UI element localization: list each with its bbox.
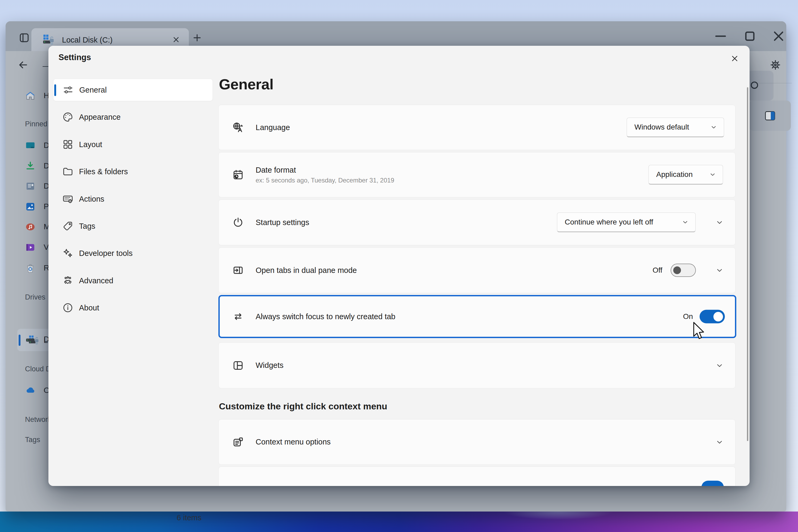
drive-lock-icon [42,33,55,46]
nav-label: Files & folders [79,167,128,176]
chevron-down-icon [710,124,717,131]
partial-toggle[interactable] [701,481,724,486]
date-format-dropdown[interactable]: Application [648,165,723,185]
selection-accent-bar [19,335,20,346]
row-label: Always switch focus to newly created tab [255,312,395,321]
settings-row-dual-pane: Open tabs in dual pane mode Off [218,247,736,293]
mouse-cursor [693,322,706,341]
pictures-icon [25,201,36,212]
power-icon [232,216,244,228]
palette-icon [62,111,74,123]
row-label: Open tabs in dual pane mode [255,266,357,275]
dropdown-value: Continue where you left off [565,218,653,226]
nav-label: Advanced [79,277,113,285]
advanced-icon [62,275,74,286]
calendar-clock-icon [232,169,244,181]
dropdown-value: Windows default [634,123,689,131]
dual-pane-toggle[interactable] [670,264,696,277]
sidebar-section-pinned: Pinned [25,120,48,128]
nav-label: General [79,86,107,94]
settings-row-language: Language Windows default [218,105,736,150]
nav-item-developer-tools[interactable]: Developer tools [53,242,213,264]
downloads-icon [25,161,36,171]
sidebar-section-network: Network [25,416,51,424]
back-icon[interactable] [17,59,29,71]
row-label: Context menu options [255,438,331,446]
settings-dialog: Settings General Appearance [49,46,749,486]
row-label: Date format [255,166,394,174]
row-label: Startup settings [255,218,309,227]
settings-row-startup: Startup settings Continue where you left… [218,200,736,245]
row-label: Widgets [255,361,284,370]
startup-dropdown[interactable]: Continue where you left off [557,212,696,232]
translate-globe-icon [232,121,244,134]
nav-item-advanced[interactable]: Advanced [53,269,213,292]
settings-row-partial [218,467,736,486]
nav-label: Actions [79,195,104,204]
sidebar-section-drives: Drives [25,293,45,301]
folder-icon [62,166,74,177]
expand-chevron-icon[interactable] [716,266,723,274]
recycle-bin-icon [25,263,36,273]
dropdown-value: Application [656,170,693,179]
expand-chevron-icon[interactable] [716,438,723,446]
swap-arrows-icon [232,310,244,323]
dialog-scrollbar[interactable] [747,87,748,441]
sparkles-icon [62,247,74,259]
minimize-button[interactable] [712,28,728,44]
row-label: Language [255,123,290,132]
nav-item-tags[interactable]: Tags [53,215,213,237]
nav-item-general[interactable]: General [53,79,213,101]
nav-label: Appearance [79,113,120,121]
videos-icon [25,242,36,253]
language-dropdown[interactable]: Windows default [627,118,724,137]
keyboard-gear-icon [62,193,74,205]
documents-icon [25,181,36,191]
toggle-knob [714,312,723,321]
dialog-title: Settings [58,53,91,62]
dialog-close-button[interactable] [726,50,743,67]
toggle-knob [673,267,681,274]
maximize-button[interactable] [742,28,758,44]
info-icon [62,302,74,314]
desktop: Local Disk (C:) [0,0,798,532]
expand-chevron-icon[interactable] [716,218,723,226]
music-icon [25,222,36,232]
nav-item-actions[interactable]: Actions [53,188,213,210]
desktop-icon [25,140,36,151]
preview-pane-button[interactable] [749,100,791,131]
nav-item-files-folders[interactable]: Files & folders [53,160,213,183]
gear-icon[interactable] [770,59,781,71]
search-box[interactable] [747,71,774,100]
layout-grid-icon [62,138,74,150]
status-item-count: 6 items [177,513,201,522]
nav-item-appearance[interactable]: Appearance [53,106,213,128]
settings-row-context-menu: Context menu options [218,419,736,465]
switch-focus-toggle[interactable] [700,310,725,323]
settings-row-widgets: Widgets [218,342,736,388]
forward-icon[interactable] [42,64,49,66]
home-icon [25,91,36,101]
nav-item-about[interactable]: About [53,297,213,319]
new-tab-icon[interactable] [192,33,203,43]
settings-row-switch-focus: Always switch focus to newly created tab… [218,295,736,338]
nav-item-layout[interactable]: Layout [53,133,213,156]
nav-label: Layout [79,140,102,149]
tab-title: Local Disk (C:) [62,36,113,44]
close-window-button[interactable] [771,28,786,44]
chevron-down-icon [709,171,716,178]
sidebar-section-tags: Tags [25,436,40,444]
search-icon [749,80,761,92]
toggle-sidebar-icon[interactable] [18,32,30,44]
sliders-icon [62,84,74,96]
nav-label: About [79,304,99,312]
row-example: ex: 5 seconds ago, Tuesday, December 31,… [255,177,394,184]
nav-label: Developer tools [79,249,133,258]
toggle-state-label: On [683,312,693,321]
tab-close-icon[interactable] [172,35,180,44]
row-label-group: Date format ex: 5 seconds ago, Tuesday, … [255,166,394,184]
expand-chevron-icon[interactable] [716,361,723,369]
nav-selection-accent [54,84,56,96]
page-title: General [219,76,273,93]
toggle-state-label: Off [652,266,662,274]
